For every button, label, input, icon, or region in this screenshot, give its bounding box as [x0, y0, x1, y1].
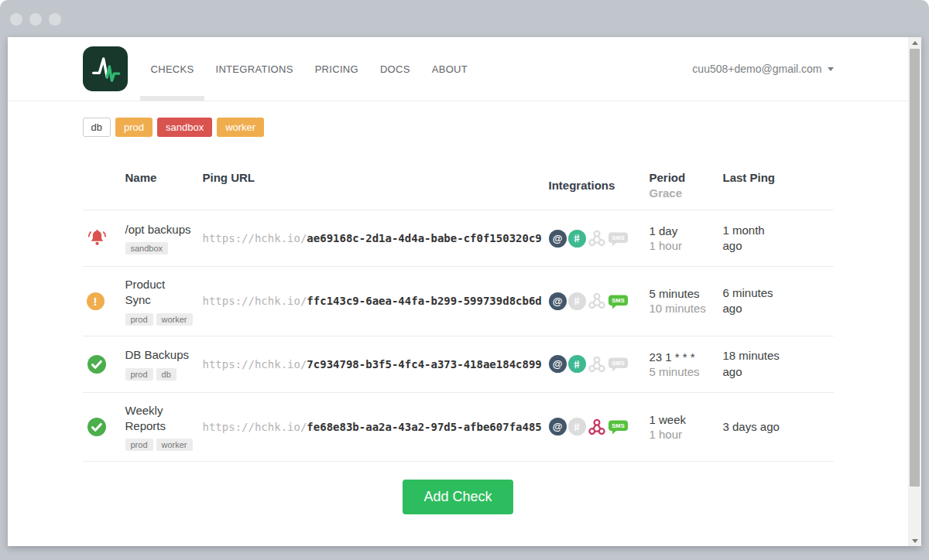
slack-integration-icon[interactable]: # — [568, 418, 586, 435]
webhook-integration-icon[interactable] — [588, 229, 606, 248]
scrollbar-down-button[interactable] — [908, 535, 921, 546]
email-integration-icon[interactable]: @ — [549, 355, 567, 373]
grace-value: 5 minutes — [650, 365, 723, 378]
check-name[interactable]: Weekly Reports — [125, 403, 193, 435]
svg-text:SMS: SMS — [612, 297, 624, 304]
slack-integration-icon[interactable]: # — [568, 355, 586, 373]
nav-item-docs[interactable]: DOCS — [380, 37, 410, 101]
grace-value: 1 hour — [650, 239, 723, 252]
column-header-grace: Grace — [650, 186, 723, 200]
check-last-ping: 6 minutes ago — [723, 285, 834, 317]
sms-integration-icon[interactable]: SMS — [608, 418, 629, 435]
slack-integration-icon[interactable]: # — [568, 230, 586, 248]
check-status: ! — [83, 292, 125, 310]
site-header: CHECKSINTEGRATIONSPRICINGDOCSABOUT cuu50… — [8, 37, 908, 101]
warning-icon: ! — [87, 292, 105, 310]
check-tags: proddb — [125, 367, 203, 381]
ok-check-icon — [87, 354, 107, 374]
slack-integration-icon[interactable]: # — [568, 292, 586, 310]
check-integrations: @# SMS — [549, 355, 650, 374]
window-minimize-dot[interactable] — [29, 13, 42, 26]
check-last-ping: 3 days ago — [723, 419, 834, 435]
webhook-integration-icon[interactable] — [588, 355, 606, 374]
check-period[interactable]: 1 day 1 hour — [650, 224, 723, 252]
ping-url-code: 7c934798-b3f5-4fc4-a373-418ae184c899 — [307, 358, 541, 370]
check-row: /opt backups sandbox https://hchk.io/ae6… — [83, 210, 834, 267]
column-header-ping-url: Ping URL — [203, 171, 549, 200]
column-header-period: Period Grace — [650, 171, 723, 200]
chevron-down-icon — [828, 67, 834, 71]
nav-item-about[interactable]: ABOUT — [432, 37, 468, 101]
svg-text:SMS: SMS — [612, 234, 624, 241]
app-logo[interactable] — [83, 46, 128, 91]
nav-item-integrations[interactable]: INTEGRATIONS — [215, 37, 293, 101]
scrollbar-thumb[interactable] — [910, 49, 920, 487]
email-integration-icon[interactable]: @ — [549, 418, 567, 435]
ping-url-prefix: https://hchk.io/ — [203, 421, 307, 433]
account-email: cuu508+demo@gmail.com — [692, 63, 821, 75]
check-period[interactable]: 23 1 * * * 5 minutes — [650, 350, 723, 378]
check-tag[interactable]: worker — [156, 313, 193, 326]
check-tag[interactable]: prod — [125, 439, 153, 451]
tag-filter-prod[interactable]: prod — [115, 118, 153, 137]
check-row: Weekly Reports prodworker https://hchk.i… — [83, 393, 834, 463]
tag-filter-sandbox[interactable]: sandbox — [157, 118, 212, 137]
scroll-up-icon — [912, 41, 918, 45]
check-period[interactable]: 5 minutes 10 minutes — [650, 287, 723, 315]
webhook-integration-icon[interactable] — [588, 418, 606, 436]
check-integrations: @# SMS — [549, 292, 650, 310]
window-controls — [10, 13, 61, 26]
check-tags: prodworker — [125, 437, 203, 451]
check-name[interactable]: DB Backups — [125, 347, 193, 363]
table-body: /opt backups sandbox https://hchk.io/ae6… — [83, 210, 834, 462]
ping-url-code: fe68e83b-aa2a-43a2-97d5-afbe607fa485 — [307, 421, 541, 433]
check-status — [83, 417, 125, 437]
period-value: 1 week — [650, 413, 723, 426]
tag-filter-worker[interactable]: worker — [217, 118, 264, 137]
scrollbar[interactable] — [908, 37, 921, 546]
account-menu[interactable]: cuu508+demo@gmail.com — [692, 63, 833, 75]
check-row: ! Product Sync prodworker https://hchk.i… — [83, 267, 834, 336]
check-tag[interactable]: sandbox — [125, 242, 169, 254]
sms-integration-icon[interactable]: SMS — [608, 293, 629, 309]
pulse-logo-icon — [87, 51, 123, 87]
grace-value: 10 minutes — [650, 302, 723, 315]
window-close-dot[interactable] — [10, 13, 22, 26]
column-header-name: Name — [125, 171, 203, 200]
check-last-ping: 1 month ago — [723, 223, 834, 254]
nav-item-checks[interactable]: CHECKS — [151, 37, 194, 101]
check-tag[interactable]: worker — [156, 439, 193, 451]
ping-url: https://hchk.io/ae69168c-2d1a-4d4a-babe-… — [203, 232, 549, 244]
check-tag[interactable]: db — [156, 368, 177, 381]
sms-integration-icon[interactable]: SMS — [608, 356, 629, 372]
svg-text:SMS: SMS — [612, 423, 624, 430]
column-header-integrations: Integrations — [549, 171, 650, 200]
check-tags: prodworker — [125, 312, 203, 326]
email-integration-icon[interactable]: @ — [549, 230, 567, 248]
check-tags: sandbox — [125, 241, 203, 254]
tag-filter-db[interactable]: db — [83, 118, 111, 137]
nav-item-pricing[interactable]: PRICING — [315, 37, 358, 101]
column-header-last-ping: Last Ping — [723, 171, 834, 200]
browser-frame: CHECKSINTEGRATIONSPRICINGDOCSABOUT cuu50… — [0, 0, 929, 560]
webhook-integration-icon[interactable] — [588, 292, 606, 310]
scrollbar-up-button[interactable] — [908, 37, 921, 48]
check-status — [83, 228, 125, 249]
sms-integration-icon[interactable]: SMS — [608, 230, 629, 247]
check-period[interactable]: 1 week 1 hour — [650, 413, 723, 441]
check-name[interactable]: /opt backups — [125, 222, 193, 237]
check-status — [83, 354, 125, 374]
ping-url-code: ae69168c-2d1a-4d4a-babe-cf0f150320c9 — [307, 232, 541, 244]
check-tag[interactable]: prod — [125, 368, 153, 381]
add-check-button[interactable]: Add Check — [403, 480, 512, 514]
nav-items: CHECKSINTEGRATIONSPRICINGDOCSABOUT — [151, 37, 468, 101]
period-value: 1 day — [650, 224, 723, 237]
window-maximize-dot[interactable] — [49, 13, 61, 26]
ping-url-prefix: https://hchk.io/ — [203, 295, 307, 307]
grace-value: 1 hour — [650, 428, 723, 441]
check-tag[interactable]: prod — [125, 313, 153, 326]
ping-url-prefix: https://hchk.io/ — [203, 232, 307, 244]
check-name[interactable]: Product Sync — [125, 277, 193, 309]
ping-url: https://hchk.io/7c934798-b3f5-4fc4-a373-… — [203, 358, 549, 370]
email-integration-icon[interactable]: @ — [549, 292, 567, 310]
